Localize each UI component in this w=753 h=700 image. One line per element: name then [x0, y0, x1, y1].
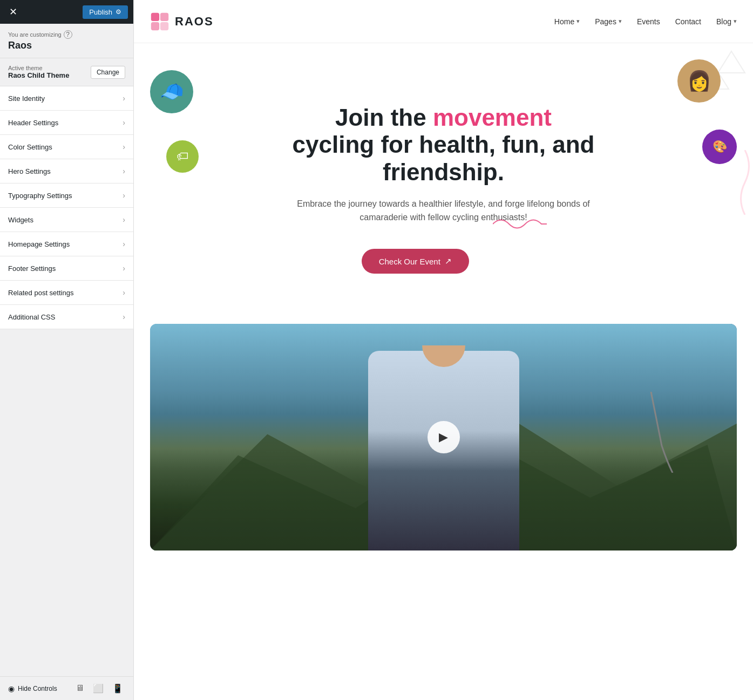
desktop-icon[interactable]: 🖥 [73, 682, 86, 695]
avatar-right: 👩 [677, 59, 721, 103]
nav-links: Home ▾ Pages ▾ Events Contact Blog ▾ [554, 17, 737, 26]
hide-controls-button[interactable]: ◉ Hide Controls [8, 684, 57, 693]
menu-item-color-settings[interactable]: Color Settings› [0, 135, 133, 159]
menu-item-related-post-settings[interactable]: Related post settings› [0, 281, 133, 305]
customizing-label: You are customizing ? [8, 30, 125, 39]
logo-area: RAOS [150, 12, 214, 31]
preview-panel: RAOS Home ▾ Pages ▾ Events Contact Blog … [134, 0, 753, 700]
chevron-right-icon: › [123, 312, 125, 321]
menu-list: Site Identity›Header Settings›Color Sett… [0, 86, 133, 676]
chevron-right-icon: › [123, 118, 125, 127]
preview-navbar: RAOS Home ▾ Pages ▾ Events Contact Blog … [134, 0, 753, 43]
customizer-panel: ✕ Publish ⚙ You are customizing ? Raos A… [0, 0, 134, 700]
play-button[interactable]: ▶ [428, 421, 460, 453]
cta-label: Check Our Event [379, 257, 440, 266]
nav-home[interactable]: Home ▾ [554, 17, 580, 26]
chevron-right-icon: › [123, 142, 125, 151]
menu-item-additional-css[interactable]: Additional CSS› [0, 305, 133, 329]
menu-item-site-identity[interactable]: Site Identity› [0, 86, 133, 111]
hero-title: Join the movement cycling for health, fu… [293, 104, 595, 186]
gear-icon: ⚙ [116, 8, 121, 16]
device-switcher: 🖥 ⬜ 📱 [73, 682, 125, 695]
hero-subtitle: Embrace the journey towards a healthier … [293, 197, 595, 225]
cta-button[interactable]: Check Our Event ↗ [362, 249, 469, 274]
svg-rect-2 [151, 22, 159, 30]
float-badge-right: 🎨 [702, 130, 737, 164]
menu-item-hero-settings[interactable]: Hero Settings› [0, 159, 133, 184]
squiggle-decoration [493, 216, 547, 232]
logo-text: RAOS [175, 15, 214, 29]
nav-contact[interactable]: Contact [675, 17, 701, 26]
eye-icon: ◉ [8, 684, 15, 693]
nav-blog[interactable]: Blog ▾ [716, 17, 737, 26]
bottom-bar: ◉ Hide Controls 🖥 ⬜ 📱 [0, 676, 133, 700]
tablet-icon[interactable]: ⬜ [91, 682, 106, 695]
close-icon: ✕ [9, 6, 17, 18]
theme-info: Active theme Raos Child Theme [8, 65, 69, 79]
svg-rect-0 [151, 12, 159, 21]
nav-events[interactable]: Events [637, 17, 660, 26]
menu-item-widgets[interactable]: Widgets› [0, 208, 133, 232]
chevron-down-icon: ▾ [734, 18, 737, 25]
avatar-left: 🧢 [150, 70, 193, 113]
publish-label: Publish [89, 8, 112, 16]
top-bar: ✕ Publish ⚙ [0, 0, 133, 24]
chevron-right-icon: › [123, 215, 125, 224]
help-icon[interactable]: ? [64, 30, 72, 39]
hide-controls-label: Hide Controls [18, 685, 57, 692]
svg-rect-1 [160, 12, 168, 21]
chevron-right-icon: › [123, 288, 125, 297]
hero-section: 🧢 🏷 Join the movement cycling for health… [134, 43, 753, 324]
menu-item-homepage-settings[interactable]: Homepage Settings› [0, 232, 133, 256]
theme-label: Active theme [8, 65, 69, 71]
chevron-right-icon: › [123, 167, 125, 175]
chevron-right-icon: › [123, 240, 125, 248]
change-theme-button[interactable]: Change [91, 66, 125, 79]
svg-rect-3 [160, 22, 168, 30]
chevron-down-icon: ▾ [576, 18, 580, 25]
float-badge-left: 🏷 [166, 140, 199, 173]
chevron-right-icon: › [123, 264, 125, 273]
chevron-right-icon: › [123, 94, 125, 103]
menu-item-footer-settings[interactable]: Footer Settings› [0, 256, 133, 281]
video-overlay: ▶ [150, 324, 737, 551]
logo-icon [150, 12, 169, 31]
menu-item-header-settings[interactable]: Header Settings› [0, 111, 133, 135]
mobile-icon[interactable]: 📱 [110, 682, 125, 695]
decorative-curve [737, 150, 753, 217]
cta-icon: ↗ [445, 256, 452, 266]
menu-item-typography-settings[interactable]: Typography Settings› [0, 184, 133, 208]
customizing-section: You are customizing ? Raos [0, 24, 133, 58]
chevron-down-icon: ▾ [619, 18, 622, 25]
theme-name: Raos Child Theme [8, 71, 69, 79]
site-name: Raos [8, 40, 125, 51]
nav-pages[interactable]: Pages ▾ [595, 17, 622, 26]
play-icon: ▶ [439, 430, 448, 444]
svg-marker-4 [718, 51, 745, 73]
publish-button[interactable]: Publish ⚙ [83, 5, 128, 19]
theme-section: Active theme Raos Child Theme Change [0, 58, 133, 86]
video-section: ▶ [150, 324, 737, 551]
close-button[interactable]: ✕ [5, 4, 21, 19]
chevron-right-icon: › [123, 191, 125, 200]
hero-content: Join the movement cycling for health, fu… [293, 104, 595, 274]
